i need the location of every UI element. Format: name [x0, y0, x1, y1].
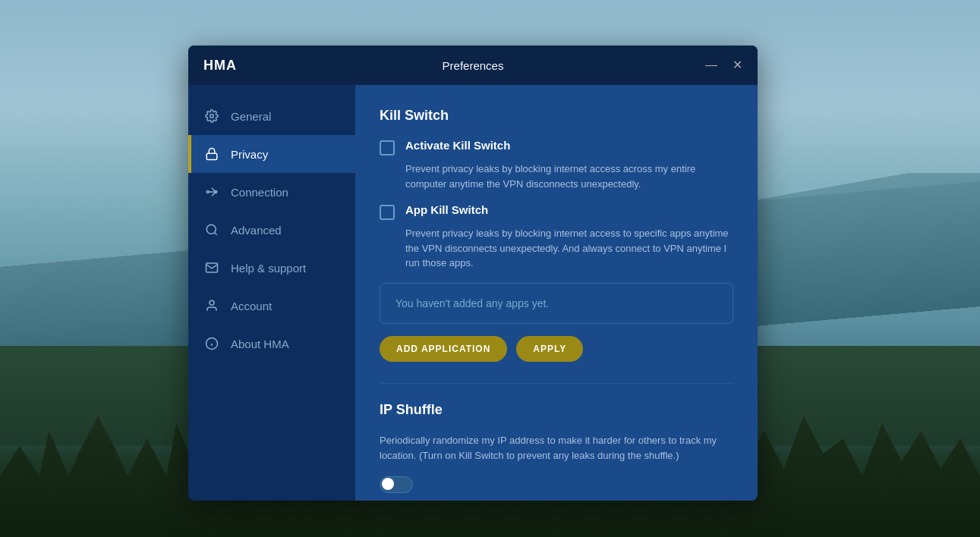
app-kill-switch-checkbox[interactable]: [380, 205, 395, 220]
svg-point-0: [210, 115, 214, 118]
gear-icon: [203, 108, 220, 124]
app-kill-switch-label: App Kill Switch: [405, 203, 488, 216]
sidebar-label-general: General: [231, 110, 271, 123]
sidebar-label-advanced: Advanced: [231, 224, 282, 237]
sidebar-label-account: Account: [231, 300, 272, 312]
activate-kill-switch-row: Activate Kill Switch: [380, 139, 733, 155]
kill-switch-buttons: ADD APPLICATION APPLY: [380, 336, 733, 362]
ip-shuffle-section: IP Shuffle Periodically randomize my IP …: [380, 383, 733, 494]
sidebar-item-account[interactable]: Account: [188, 287, 355, 325]
add-application-button[interactable]: ADD APPLICATION: [380, 336, 507, 362]
title-bar: HMA Preferences — ✕: [188, 46, 758, 85]
app-kill-switch-row: App Kill Switch: [380, 203, 733, 220]
toggle-thumb: [382, 478, 394, 490]
info-icon: [203, 335, 220, 352]
sidebar-item-general[interactable]: General: [188, 97, 355, 135]
app-brand: HMA: [203, 58, 237, 74]
minimize-button[interactable]: —: [702, 58, 720, 73]
help-icon: [203, 259, 220, 276]
content-area: Kill Switch Activate Kill Switch Prevent…: [355, 85, 758, 501]
apply-button[interactable]: APPLY: [516, 336, 583, 362]
activate-kill-switch-label: Activate Kill Switch: [405, 139, 510, 152]
sidebar-item-about[interactable]: About HMA: [188, 325, 355, 363]
ip-shuffle-toggle[interactable]: [380, 476, 413, 493]
app-kill-switch-desc: Prevent privacy leaks by blocking intern…: [405, 226, 733, 271]
window-body: General Privacy: [188, 85, 758, 501]
sidebar-label-help: Help & support: [231, 262, 306, 275]
sidebar-item-connection[interactable]: Connection: [188, 173, 355, 211]
kill-switch-section: Kill Switch Activate Kill Switch Prevent…: [380, 108, 733, 362]
sidebar-label-about: About HMA: [231, 338, 289, 350]
close-button[interactable]: ✕: [729, 58, 745, 73]
kill-switch-title: Kill Switch: [380, 108, 733, 124]
lock-icon: [203, 146, 220, 162]
svg-point-6: [210, 300, 214, 305]
sidebar-label-privacy: Privacy: [231, 148, 268, 161]
sidebar: General Privacy: [188, 85, 355, 501]
ip-shuffle-desc: Periodically randomize my IP address to …: [380, 433, 733, 465]
activate-kill-switch-checkbox[interactable]: [380, 140, 395, 155]
svg-rect-1: [206, 153, 217, 159]
window-title: Preferences: [443, 59, 504, 72]
activate-kill-switch-desc: Prevent privacy leaks by blocking intern…: [405, 162, 733, 191]
app-window: HMA Preferences — ✕ General: [188, 46, 758, 501]
sidebar-item-help[interactable]: Help & support: [188, 249, 355, 287]
advanced-icon: [203, 221, 220, 238]
svg-line-5: [214, 232, 216, 234]
sidebar-label-connection: Connection: [231, 186, 288, 199]
connection-icon: [203, 184, 220, 200]
account-icon: [203, 297, 220, 314]
apps-placeholder-box: You haven't added any apps yet.: [380, 283, 733, 324]
ip-shuffle-title: IP Shuffle: [380, 402, 733, 418]
sidebar-item-privacy[interactable]: Privacy: [188, 135, 355, 173]
svg-point-4: [206, 225, 216, 234]
sidebar-item-advanced[interactable]: Advanced: [188, 211, 355, 249]
ip-shuffle-toggle-row: [380, 476, 733, 493]
window-controls: — ✕: [702, 58, 745, 73]
apps-placeholder-text: You haven't added any apps yet.: [395, 297, 549, 309]
